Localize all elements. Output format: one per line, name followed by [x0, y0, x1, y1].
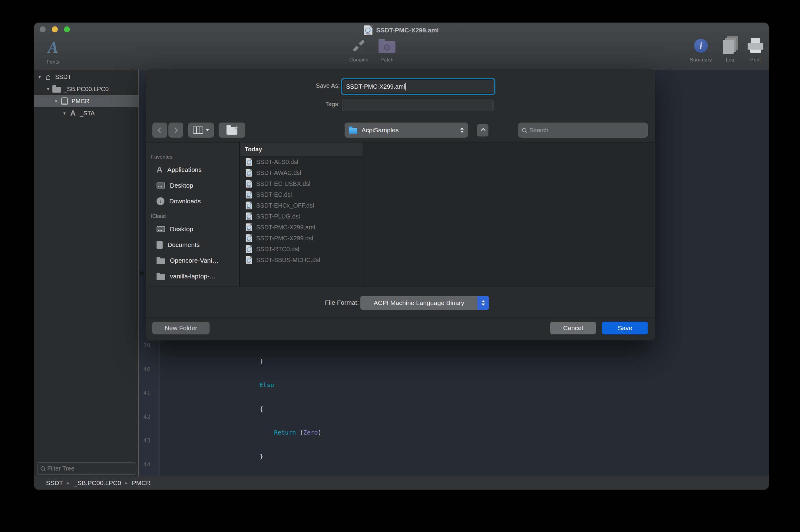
view-columns-button[interactable]	[188, 122, 214, 138]
document-icon: AML	[246, 223, 252, 231]
favorites-item[interactable]: Opencore-Vani…	[146, 253, 239, 268]
fonts-icon: A	[48, 40, 58, 56]
patch-icon: ⚙	[378, 41, 395, 53]
file-name: SSDT-SBUS-MCHC.dsl	[256, 256, 320, 264]
tags-field[interactable]	[342, 99, 494, 111]
favorites-item-icon: ↓	[156, 197, 164, 205]
breadcrumb-separator-icon: ▸	[125, 480, 128, 486]
file-format-value: ACPI Machine Language Binary	[360, 299, 478, 307]
toolbar-log-button[interactable]: Log	[720, 36, 741, 63]
compile-icon	[350, 37, 368, 55]
file-row[interactable]: DSL SSDT-AWAC.dsl	[240, 167, 363, 178]
breadcrumb-item[interactable]: _SB.PC00.LPC0	[74, 479, 121, 487]
favorites-item-label: Documents	[167, 241, 200, 248]
toolbar-print-button[interactable]: Print	[745, 36, 766, 63]
breadcrumb-item[interactable]: PMCR	[132, 479, 151, 487]
favorites-item[interactable]: Desktop	[146, 178, 239, 193]
filter-tree-input[interactable]	[47, 465, 133, 472]
breadcrumb-item[interactable]: SSDT	[46, 479, 63, 487]
favorites-item-label: vanilla-laptop-…	[170, 273, 216, 280]
popup-accent	[478, 296, 489, 310]
document-icon: DSL	[246, 234, 252, 242]
favorites-item-label: Applications	[167, 166, 202, 173]
document-icon: DSL	[246, 256, 252, 264]
expander-icon[interactable]: ▼	[45, 87, 51, 91]
favorites-item[interactable]: ↓ Downloads	[146, 193, 239, 209]
search-input[interactable]	[529, 127, 644, 134]
favorites-item[interactable]: A Applications	[146, 162, 239, 178]
file-name: SSDT-EC.dsl	[256, 191, 292, 198]
tree-item-icon: ⌂	[46, 73, 51, 81]
dialog-bottom-bar: New Folder Cancel Save	[146, 317, 655, 340]
code-lines: 39 } 40 Else 41	[139, 341, 769, 490]
line-number: 39	[139, 341, 160, 365]
tree-item-icon: A	[70, 110, 75, 117]
tree-item-icon	[52, 87, 61, 93]
code-text: Return (Zero)	[160, 413, 321, 437]
file-name: SSDT-PMC-X299.aml	[256, 224, 315, 231]
save-button[interactable]: Save	[602, 322, 648, 335]
new-folder-icon	[226, 127, 237, 135]
popup-chevrons-icon	[481, 298, 485, 307]
file-row[interactable]: DSL SSDT-EC-USBX.dsl	[240, 178, 363, 189]
save-as-label: Save As:	[273, 82, 340, 89]
chevron-right-icon	[172, 127, 178, 133]
print-icon	[748, 38, 763, 53]
tree-row[interactable]: ▼ A _STA	[34, 107, 138, 119]
file-row[interactable]: DSL SSDT-PMC-X299.dsl	[240, 233, 363, 244]
patch-label: Patch	[380, 57, 393, 63]
save-as-field[interactable]: SSDT-PMC-X299.aml	[342, 79, 494, 94]
tree-item-label: PMCR	[72, 98, 89, 105]
filter-tree-field[interactable]	[37, 462, 136, 475]
toolbar-compile-button[interactable]: Compile	[342, 36, 375, 63]
new-folder-button[interactable]: New Folder	[152, 322, 209, 335]
favorites-item[interactable]: Documents	[146, 237, 239, 253]
toolbar-fonts-button[interactable]: A Fonts	[39, 38, 67, 65]
file-name: SSDT-EHCx_OFF.dsl	[256, 202, 314, 209]
favorites-item[interactable]: Desktop	[146, 221, 239, 237]
new-folder-toolbar-button[interactable]	[219, 122, 245, 138]
compile-label: Compile	[350, 57, 368, 63]
document-icon: AML	[364, 25, 372, 35]
file-row[interactable]: AML SSDT-PMC-X299.aml	[240, 222, 363, 233]
toolbar-summary-button[interactable]: i Summary	[685, 36, 717, 63]
file-row[interactable]: DSL SSDT-SBUS-MCHC.dsl	[240, 254, 363, 265]
file-browser: Favorites A Applications Desktop ↓	[146, 142, 655, 287]
tree-row[interactable]: ▼ _SB.PC00.LPC0	[34, 83, 138, 95]
search-field[interactable]	[518, 122, 648, 138]
file-row[interactable]: DSL SSDT-EHCx_OFF.dsl	[240, 200, 363, 211]
favorites-section: iCloud Desktop Documents	[146, 213, 239, 284]
tree-row[interactable]: ▼ PMCR	[34, 95, 138, 107]
file-name: SSDT-AWAC.dsl	[256, 169, 301, 176]
file-format-popup[interactable]: ACPI Machine Language Binary	[360, 296, 489, 310]
code-text: }	[160, 436, 263, 460]
collapse-dialog-button[interactable]	[477, 124, 488, 136]
back-button[interactable]	[152, 122, 167, 138]
tree-row[interactable]: ▼ ⌂ SSDT	[34, 71, 138, 83]
split-handle-dot[interactable]	[139, 271, 144, 276]
file-row[interactable]: DSL SSDT-ALS0.dsl	[240, 156, 363, 167]
forward-button[interactable]	[168, 122, 183, 138]
expander-icon[interactable]: ▼	[53, 99, 59, 103]
file-row[interactable]: DSL SSDT-RTC0.dsl	[240, 244, 363, 254]
code-text: {	[160, 389, 263, 413]
tree-item-label: SSDT	[55, 74, 71, 80]
file-row[interactable]: DSL SSDT-PLUG.dsl	[240, 211, 363, 222]
file-name: SSDT-RTC0.dsl	[256, 246, 299, 253]
expander-icon[interactable]: ▼	[37, 75, 42, 79]
expander-icon[interactable]: ▼	[62, 111, 67, 116]
file-format-label: File Format:	[292, 299, 359, 306]
search-icon	[41, 466, 45, 471]
favorites-item-label: Desktop	[170, 225, 193, 233]
save-dialog: Save As: SSDT-PMC-X299.aml Tags: AcpiSam…	[146, 69, 655, 340]
log-icon	[723, 40, 734, 54]
favorites-item-label: Opencore-Vani…	[170, 257, 219, 264]
file-row[interactable]: DSL SSDT-EC.dsl	[240, 189, 363, 200]
location-popup[interactable]: AcpiSamples	[345, 122, 468, 138]
cancel-button[interactable]: Cancel	[550, 322, 596, 335]
file-name: SSDT-EC-USBX.dsl	[256, 180, 310, 187]
toolbar-patch-button[interactable]: ⚙ Patch	[375, 36, 399, 63]
favorites-item-label: Downloads	[169, 197, 201, 205]
favorites-item[interactable]: vanilla-laptop-…	[146, 268, 239, 284]
popup-chevrons-icon	[460, 126, 464, 135]
